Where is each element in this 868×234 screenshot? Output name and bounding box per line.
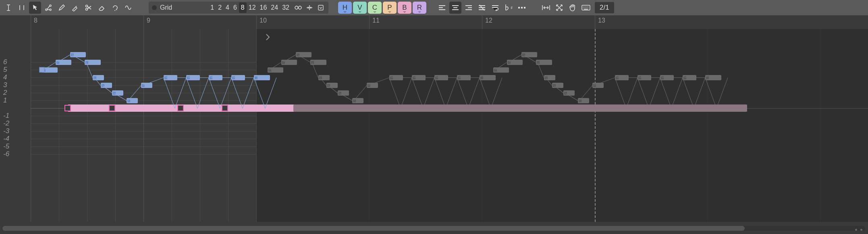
tool-draw[interactable] <box>56 2 68 14</box>
gutter-row-label: -6 <box>3 150 9 158</box>
snap-div-8[interactable]: 8 <box>239 2 247 13</box>
gutter-row-label: 3 <box>3 81 7 89</box>
gutter-row-label: 5 <box>3 66 7 74</box>
timeline-label: 12 <box>485 17 492 24</box>
note-link <box>662 77 683 78</box>
colormode-r[interactable]: R <box>413 2 426 14</box>
status-dots <box>855 229 862 231</box>
align-left-icon[interactable] <box>436 2 448 14</box>
snap-div-4[interactable]: 4 <box>224 2 231 13</box>
colormode-p[interactable]: P <box>383 2 397 14</box>
note-link <box>210 77 231 78</box>
colormode-c[interactable]: C <box>368 2 382 14</box>
phrase-marker[interactable] <box>177 105 184 111</box>
keyboard-icon[interactable] <box>580 2 592 14</box>
svg-rect-8 <box>524 7 525 8</box>
note-link <box>233 77 254 78</box>
note-link <box>459 77 480 78</box>
gutter-row-label: 2 <box>3 89 7 97</box>
stretch-h-icon[interactable] <box>540 2 552 14</box>
gutter-row-label: -3 <box>3 127 9 135</box>
phrase-bar[interactable] <box>519 104 747 112</box>
note-link <box>165 77 186 78</box>
note[interactable] <box>56 60 71 65</box>
timeline-label: 8 <box>34 17 37 24</box>
svg-point-0 <box>46 9 47 10</box>
note-link <box>684 77 705 78</box>
svg-rect-6 <box>518 7 520 8</box>
tool-connect[interactable] <box>42 2 54 14</box>
phrase-marker[interactable] <box>109 105 115 111</box>
tool-ibeam[interactable] <box>2 2 15 14</box>
note <box>493 67 509 73</box>
timeline-label: 10 <box>260 17 267 24</box>
tool-erase[interactable] <box>96 2 108 14</box>
note-link <box>391 77 412 78</box>
tool-curve[interactable] <box>122 2 134 14</box>
dots-icon[interactable] <box>516 2 528 14</box>
svg-rect-7 <box>521 7 523 8</box>
h-scrollbar[interactable] <box>2 226 866 231</box>
snap-div-16[interactable]: 16 <box>258 2 269 13</box>
editor-area: 654321-1-2-3-4-5-6 8910111213 <box>0 15 868 234</box>
snap-div-2[interactable]: 2 <box>216 2 224 13</box>
snap-infinity-icon[interactable] <box>294 2 303 13</box>
snap-div-12[interactable]: 12 <box>247 2 258 13</box>
tool-multi-draw[interactable] <box>69 2 81 14</box>
stretch-xy-icon[interactable] <box>553 2 565 14</box>
snap-collapse-icon[interactable] <box>305 2 314 13</box>
svg-point-2 <box>50 9 51 10</box>
hand-icon[interactable] <box>567 2 579 14</box>
snap-div-24[interactable]: 24 <box>269 2 280 13</box>
note-anchor[interactable] <box>39 67 45 73</box>
snap-dropdown-icon[interactable] <box>316 2 325 13</box>
gutter-row-label: 6 <box>3 58 7 66</box>
note <box>705 75 721 80</box>
timeline-label: 13 <box>598 17 605 24</box>
align-right-icon[interactable] <box>463 2 475 14</box>
gutter-row-label: 4 <box>3 73 7 81</box>
playhead[interactable] <box>595 29 596 222</box>
svg-point-1 <box>50 5 51 6</box>
snap-status-dot <box>152 5 157 10</box>
align-center-icon[interactable] <box>449 2 461 14</box>
snap-mode-group: Grid 1 2 4 6 8 12 16 24 32 <box>149 2 328 14</box>
note <box>507 60 523 65</box>
strike-icon[interactable] <box>476 2 488 14</box>
svg-rect-5 <box>318 5 323 10</box>
timeline-label: 9 <box>147 17 150 24</box>
gutter-row-label: -4 <box>3 135 9 143</box>
snap-div-32[interactable]: 32 <box>280 2 291 13</box>
tool-pointer[interactable] <box>29 2 41 14</box>
colormode-h[interactable]: H <box>338 2 352 14</box>
inactive-region <box>256 29 868 222</box>
phrase-marker[interactable] <box>64 105 71 111</box>
colormode-v[interactable]: V <box>353 2 367 14</box>
snap-div-6[interactable]: 6 <box>231 2 239 13</box>
phrase-marker[interactable] <box>222 105 228 111</box>
snap-label[interactable]: Grid <box>160 4 172 11</box>
note <box>281 60 297 65</box>
tool-cut[interactable] <box>82 2 94 14</box>
pitch-gutter: 654321-1-2-3-4-5-6 <box>0 15 31 234</box>
gutter-row-label: -2 <box>3 119 9 127</box>
note-link <box>413 77 434 78</box>
wrap-icon[interactable] <box>489 2 501 14</box>
note[interactable] <box>254 75 270 80</box>
note-lanes[interactable] <box>31 29 868 222</box>
tool-range[interactable] <box>16 2 28 14</box>
snap-div-1[interactable]: 1 <box>208 2 216 13</box>
gutter-row-label: -5 <box>3 142 9 150</box>
note-link <box>188 77 209 78</box>
timeline-ruler[interactable]: 8910111213 <box>31 15 868 29</box>
timeline-label: 11 <box>372 17 380 24</box>
phrase-bar[interactable] <box>293 104 521 112</box>
colormode-b[interactable]: B <box>398 2 411 14</box>
tuplet-field[interactable]: 2/1 <box>595 2 614 13</box>
note <box>268 67 283 73</box>
tool-listen[interactable] <box>109 2 121 14</box>
note-link <box>639 77 660 78</box>
h-scrollbar-thumb[interactable] <box>2 226 745 231</box>
flat-icon[interactable]: ♯ <box>503 2 515 14</box>
note-link <box>143 77 164 86</box>
